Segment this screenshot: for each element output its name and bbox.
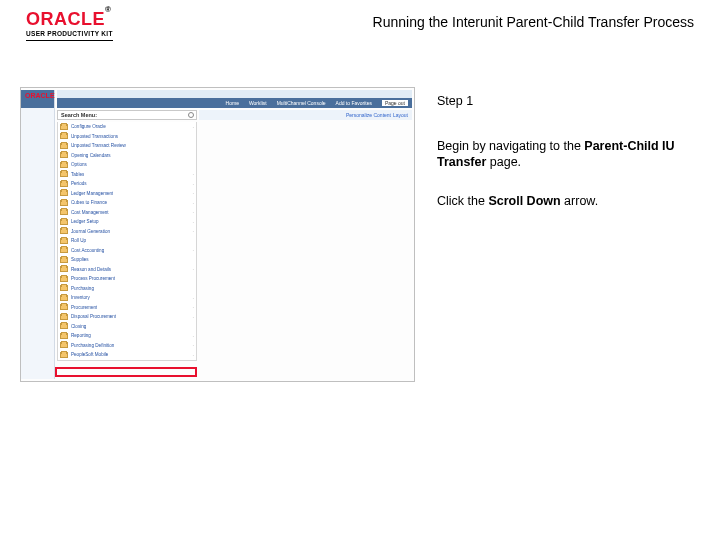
- ss-collapse-icon[interactable]: [188, 112, 194, 118]
- folder-icon: [60, 200, 68, 206]
- folder-icon: [60, 171, 68, 177]
- ss-menu-item[interactable]: Disposal Procurement·: [58, 312, 196, 322]
- ss-menu-item-label: Cost Management: [71, 210, 109, 215]
- ss-menu-item-label: Configure Oracle: [71, 124, 106, 129]
- instruction-action: Click the Scroll Down arrow.: [437, 193, 679, 210]
- step-number: Step 1: [437, 93, 679, 110]
- ss-menu-item[interactable]: Options: [58, 160, 196, 170]
- ss-scroll-down-highlight[interactable]: [55, 367, 197, 377]
- folder-icon: [60, 352, 68, 358]
- ss-left-gutter: [21, 90, 55, 379]
- folder-icon: [60, 257, 68, 263]
- logo-block: ORACLE® USER PRODUCTIVITY KIT: [26, 10, 113, 41]
- ss-menu-item[interactable]: Ledger Setup·: [58, 217, 196, 227]
- ss-menu-item[interactable]: Opening Calendars: [58, 151, 196, 161]
- ss-nav-pageout[interactable]: Page out: [382, 100, 408, 106]
- folder-icon: [60, 266, 68, 272]
- oracle-logo: ORACLE®: [26, 10, 113, 28]
- ss-menu-item[interactable]: Reporting·: [58, 331, 196, 341]
- chevron-right-icon: ·: [193, 200, 194, 206]
- ss-menu-item[interactable]: Inventory·: [58, 293, 196, 303]
- ss-menu-item-label: Supplies: [71, 257, 89, 262]
- chevron-right-icon: ·: [193, 124, 194, 130]
- ss-menu-item[interactable]: Cubes to Finance·: [58, 198, 196, 208]
- ss-menu-item[interactable]: Cost Accounting·: [58, 246, 196, 256]
- chevron-right-icon: ·: [193, 171, 194, 177]
- folder-icon: [60, 276, 68, 282]
- action-bold: Scroll Down: [488, 194, 560, 208]
- instruction-panel: Step 1 Begin by navigating to the Parent…: [415, 87, 685, 382]
- ss-menu-item[interactable]: PeopleSoft Mobile·: [58, 350, 196, 360]
- ss-nav-fav[interactable]: Add to Favorites: [336, 100, 372, 106]
- ss-nav-home[interactable]: Home: [226, 100, 239, 106]
- ss-menu-item[interactable]: Configure Oracle·: [58, 122, 196, 132]
- folder-icon: [60, 124, 68, 130]
- content-area: ORACLE Home Worklist MultiChannel Consol…: [0, 49, 720, 382]
- folder-icon: [60, 152, 68, 158]
- ss-menu-item-label: Ledger Management: [71, 191, 113, 196]
- ss-menu-item[interactable]: Process Procurement: [58, 274, 196, 284]
- ss-menu-item-label: Reason and Details: [71, 267, 111, 272]
- ss-oracle-logo: ORACLE: [25, 92, 55, 99]
- ss-menu-item-label: Roll Up: [71, 238, 86, 243]
- ss-nav-mcc[interactable]: MultiChannel Console: [277, 100, 326, 106]
- folder-icon: [60, 314, 68, 320]
- ss-menu-item[interactable]: Reason and Details·: [58, 265, 196, 275]
- instruction-intro: Begin by navigating to the Parent-Child …: [437, 138, 679, 171]
- ss-topbar-nav: Home Worklist MultiChannel Console Add t…: [57, 98, 412, 108]
- ss-menu-item[interactable]: Closing: [58, 322, 196, 332]
- registered-mark: ®: [105, 5, 111, 14]
- ss-search-menu-label: Search Menu:: [61, 112, 97, 118]
- folder-icon: [60, 190, 68, 196]
- ss-layout-link[interactable]: Layout: [393, 112, 408, 118]
- ss-menu-item[interactable]: Journal Generation·: [58, 227, 196, 237]
- ss-menu-item-label: Process Procurement: [71, 276, 115, 281]
- chevron-right-icon: ·: [193, 219, 194, 225]
- ss-content-subbar: Personalize Content Layout: [199, 110, 412, 120]
- ss-search-menu-header: Search Menu:: [57, 110, 197, 120]
- chevron-right-icon: ·: [193, 295, 194, 301]
- folder-icon: [60, 219, 68, 225]
- ss-menu-item[interactable]: Cost Management·: [58, 208, 196, 218]
- ss-menu-item-label: Ledger Setup: [71, 219, 99, 224]
- ss-menu-item[interactable]: Unposted Transact Review: [58, 141, 196, 151]
- ss-personalize-link[interactable]: Personalize Content: [346, 112, 391, 118]
- chevron-right-icon: ·: [193, 352, 194, 358]
- ss-menu-item[interactable]: Purchasing: [58, 284, 196, 294]
- ss-menu-item[interactable]: Supplies: [58, 255, 196, 265]
- ss-menu-item-label: Cubes to Finance: [71, 200, 107, 205]
- folder-icon: [60, 323, 68, 329]
- chevron-right-icon: ·: [193, 209, 194, 215]
- chevron-right-icon: ·: [193, 314, 194, 320]
- ss-menu-item[interactable]: Tables·: [58, 170, 196, 180]
- ss-menu-item-label: Purchasing: [71, 286, 94, 291]
- ss-nav-menu: Configure Oracle·Unposted TransactionsUn…: [57, 122, 197, 361]
- ss-menu-item[interactable]: Ledger Management·: [58, 189, 196, 199]
- ss-nav-worklist[interactable]: Worklist: [249, 100, 267, 106]
- ss-menu-item-label: Unposted Transactions: [71, 134, 118, 139]
- folder-icon: [60, 285, 68, 291]
- action-prefix: Click the: [437, 194, 488, 208]
- intro-prefix: Begin by navigating to the: [437, 139, 584, 153]
- intro-suffix: page.: [486, 155, 521, 169]
- ss-menu-item-label: Unposted Transact Review: [71, 143, 126, 148]
- ss-menu-item-label: Journal Generation: [71, 229, 110, 234]
- ss-menu-item-label: Tables: [71, 172, 84, 177]
- folder-icon: [60, 162, 68, 168]
- folder-icon: [60, 181, 68, 187]
- ss-menu-item[interactable]: SAP: [58, 360, 196, 362]
- ss-menu-item[interactable]: Unposted Transactions: [58, 132, 196, 142]
- ss-nav-links: Home Worklist MultiChannel Console Add t…: [226, 100, 408, 106]
- folder-icon: [60, 209, 68, 215]
- folder-icon: [60, 133, 68, 139]
- chevron-right-icon: ·: [193, 228, 194, 234]
- ss-menu-item[interactable]: Periods·: [58, 179, 196, 189]
- ss-menu-item[interactable]: Procurement·: [58, 303, 196, 313]
- folder-icon: [60, 295, 68, 301]
- brand-text: ORACLE: [26, 9, 105, 29]
- chevron-right-icon: ·: [193, 266, 194, 272]
- ss-menu-item-label: Periods: [71, 181, 87, 186]
- ss-menu-item[interactable]: Roll Up: [58, 236, 196, 246]
- action-suffix: arrow.: [561, 194, 599, 208]
- ss-menu-item[interactable]: Purchasing Definition·: [58, 341, 196, 351]
